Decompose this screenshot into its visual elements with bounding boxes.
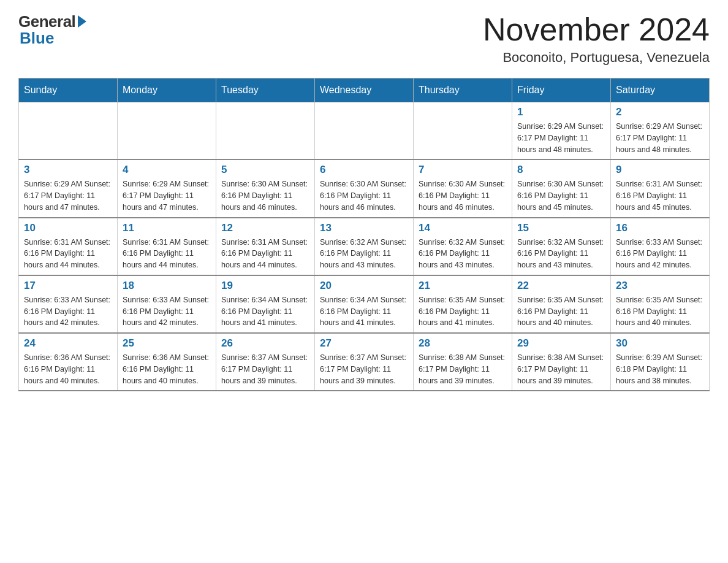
- calendar-cell: 3Sunrise: 6:29 AM Sunset: 6:17 PM Daylig…: [19, 159, 118, 217]
- day-info: Sunrise: 6:38 AM Sunset: 6:17 PM Dayligh…: [419, 352, 507, 386]
- day-info: Sunrise: 6:29 AM Sunset: 6:17 PM Dayligh…: [616, 121, 704, 155]
- calendar-cell: 6Sunrise: 6:30 AM Sunset: 6:16 PM Daylig…: [315, 159, 414, 217]
- day-number: 8: [517, 164, 605, 176]
- day-number: 19: [221, 280, 309, 292]
- calendar-day-header: Saturday: [611, 79, 710, 102]
- day-info: Sunrise: 6:32 AM Sunset: 6:16 PM Dayligh…: [517, 237, 605, 271]
- page-subtitle: Boconoito, Portuguesa, Venezuela: [483, 50, 710, 66]
- day-info: Sunrise: 6:34 AM Sunset: 6:16 PM Dayligh…: [221, 294, 309, 329]
- day-number: 15: [517, 222, 605, 234]
- day-info: Sunrise: 6:36 AM Sunset: 6:16 PM Dayligh…: [24, 352, 112, 386]
- calendar-cell: 30Sunrise: 6:39 AM Sunset: 6:18 PM Dayli…: [611, 333, 710, 391]
- calendar-header-row: SundayMondayTuesdayWednesdayThursdayFrid…: [19, 79, 710, 102]
- calendar-cell: 15Sunrise: 6:32 AM Sunset: 6:16 PM Dayli…: [512, 218, 611, 275]
- day-number: 9: [616, 164, 704, 176]
- calendar-cell: 26Sunrise: 6:37 AM Sunset: 6:17 PM Dayli…: [216, 333, 315, 391]
- day-number: 4: [123, 164, 211, 176]
- calendar-cell: 17Sunrise: 6:33 AM Sunset: 6:16 PM Dayli…: [19, 275, 118, 333]
- day-info: Sunrise: 6:29 AM Sunset: 6:17 PM Dayligh…: [123, 178, 211, 213]
- day-info: Sunrise: 6:37 AM Sunset: 6:17 PM Dayligh…: [320, 352, 408, 386]
- calendar-week-row: 10Sunrise: 6:31 AM Sunset: 6:16 PM Dayli…: [19, 218, 710, 275]
- calendar-day-header: Sunday: [19, 79, 118, 102]
- day-info: Sunrise: 6:33 AM Sunset: 6:16 PM Dayligh…: [616, 237, 704, 271]
- day-info: Sunrise: 6:35 AM Sunset: 6:16 PM Dayligh…: [616, 294, 704, 329]
- day-info: Sunrise: 6:29 AM Sunset: 6:17 PM Dayligh…: [517, 121, 605, 155]
- day-info: Sunrise: 6:30 AM Sunset: 6:16 PM Dayligh…: [320, 178, 408, 213]
- day-info: Sunrise: 6:34 AM Sunset: 6:16 PM Dayligh…: [320, 294, 408, 329]
- calendar-cell: 1Sunrise: 6:29 AM Sunset: 6:17 PM Daylig…: [512, 102, 611, 160]
- calendar-cell: 22Sunrise: 6:35 AM Sunset: 6:16 PM Dayli…: [512, 275, 611, 333]
- calendar-cell: 5Sunrise: 6:30 AM Sunset: 6:16 PM Daylig…: [216, 159, 315, 217]
- day-number: 1: [517, 106, 605, 118]
- day-number: 3: [24, 164, 112, 176]
- calendar-cell: 4Sunrise: 6:29 AM Sunset: 6:17 PM Daylig…: [118, 159, 216, 217]
- calendar-cell: 12Sunrise: 6:31 AM Sunset: 6:16 PM Dayli…: [216, 218, 315, 275]
- day-number: 27: [320, 337, 408, 350]
- day-number: 26: [221, 337, 309, 350]
- calendar-cell: 2Sunrise: 6:29 AM Sunset: 6:17 PM Daylig…: [611, 102, 710, 160]
- calendar-cell: [414, 102, 512, 160]
- day-number: 16: [616, 222, 704, 234]
- logo: General Blue: [18, 12, 86, 48]
- calendar-cell: 23Sunrise: 6:35 AM Sunset: 6:16 PM Dayli…: [611, 275, 710, 333]
- day-number: 6: [320, 164, 408, 176]
- calendar-day-header: Friday: [512, 79, 611, 102]
- calendar-cell: 19Sunrise: 6:34 AM Sunset: 6:16 PM Dayli…: [216, 275, 315, 333]
- calendar-cell: 21Sunrise: 6:35 AM Sunset: 6:16 PM Dayli…: [414, 275, 512, 333]
- calendar-day-header: Monday: [118, 79, 216, 102]
- calendar-day-header: Wednesday: [315, 79, 414, 102]
- calendar-week-row: 24Sunrise: 6:36 AM Sunset: 6:16 PM Dayli…: [19, 333, 710, 391]
- page-header: General Blue November 2024 Boconoito, Po…: [18, 12, 710, 66]
- calendar-week-row: 3Sunrise: 6:29 AM Sunset: 6:17 PM Daylig…: [19, 159, 710, 217]
- day-number: 22: [517, 280, 605, 292]
- day-number: 30: [616, 337, 704, 350]
- day-number: 23: [616, 280, 704, 292]
- calendar-day-header: Thursday: [414, 79, 512, 102]
- day-number: 28: [419, 337, 507, 350]
- day-info: Sunrise: 6:31 AM Sunset: 6:16 PM Dayligh…: [616, 178, 704, 213]
- day-number: 10: [24, 222, 112, 234]
- day-info: Sunrise: 6:30 AM Sunset: 6:16 PM Dayligh…: [517, 178, 605, 213]
- day-info: Sunrise: 6:36 AM Sunset: 6:16 PM Dayligh…: [123, 352, 211, 386]
- calendar-week-row: 17Sunrise: 6:33 AM Sunset: 6:16 PM Dayli…: [19, 275, 710, 333]
- logo-blue-text: Blue: [20, 29, 54, 48]
- calendar-cell: 14Sunrise: 6:32 AM Sunset: 6:16 PM Dayli…: [414, 218, 512, 275]
- day-number: 17: [24, 280, 112, 292]
- calendar-cell: 9Sunrise: 6:31 AM Sunset: 6:16 PM Daylig…: [611, 159, 710, 217]
- calendar-cell: 10Sunrise: 6:31 AM Sunset: 6:16 PM Dayli…: [19, 218, 118, 275]
- day-info: Sunrise: 6:35 AM Sunset: 6:16 PM Dayligh…: [419, 294, 507, 329]
- title-block: November 2024 Boconoito, Portuguesa, Ven…: [483, 12, 710, 66]
- day-number: 11: [123, 222, 211, 234]
- calendar-cell: [19, 102, 118, 160]
- day-number: 20: [320, 280, 408, 292]
- day-number: 21: [419, 280, 507, 292]
- calendar-week-row: 1Sunrise: 6:29 AM Sunset: 6:17 PM Daylig…: [19, 102, 710, 160]
- day-info: Sunrise: 6:38 AM Sunset: 6:17 PM Dayligh…: [517, 352, 605, 386]
- calendar-cell: 16Sunrise: 6:33 AM Sunset: 6:16 PM Dayli…: [611, 218, 710, 275]
- day-info: Sunrise: 6:32 AM Sunset: 6:16 PM Dayligh…: [419, 237, 507, 271]
- calendar-table: SundayMondayTuesdayWednesdayThursdayFrid…: [18, 78, 710, 391]
- calendar-cell: 18Sunrise: 6:33 AM Sunset: 6:16 PM Dayli…: [118, 275, 216, 333]
- calendar-cell: [118, 102, 216, 160]
- day-info: Sunrise: 6:30 AM Sunset: 6:16 PM Dayligh…: [221, 178, 309, 213]
- day-info: Sunrise: 6:29 AM Sunset: 6:17 PM Dayligh…: [24, 178, 112, 213]
- day-number: 5: [221, 164, 309, 176]
- day-info: Sunrise: 6:33 AM Sunset: 6:16 PM Dayligh…: [24, 294, 112, 329]
- day-info: Sunrise: 6:35 AM Sunset: 6:16 PM Dayligh…: [517, 294, 605, 329]
- day-info: Sunrise: 6:39 AM Sunset: 6:18 PM Dayligh…: [616, 352, 704, 386]
- calendar-cell: 27Sunrise: 6:37 AM Sunset: 6:17 PM Dayli…: [315, 333, 414, 391]
- calendar-cell: 7Sunrise: 6:30 AM Sunset: 6:16 PM Daylig…: [414, 159, 512, 217]
- day-info: Sunrise: 6:31 AM Sunset: 6:16 PM Dayligh…: [221, 237, 309, 271]
- calendar-header: SundayMondayTuesdayWednesdayThursdayFrid…: [19, 79, 710, 102]
- calendar-day-header: Tuesday: [216, 79, 315, 102]
- day-info: Sunrise: 6:37 AM Sunset: 6:17 PM Dayligh…: [221, 352, 309, 386]
- day-number: 14: [419, 222, 507, 234]
- day-number: 12: [221, 222, 309, 234]
- calendar-body: 1Sunrise: 6:29 AM Sunset: 6:17 PM Daylig…: [19, 102, 710, 391]
- day-info: Sunrise: 6:30 AM Sunset: 6:16 PM Dayligh…: [419, 178, 507, 213]
- day-number: 2: [616, 106, 704, 118]
- day-number: 25: [123, 337, 211, 350]
- calendar-cell: 24Sunrise: 6:36 AM Sunset: 6:16 PM Dayli…: [19, 333, 118, 391]
- page-title: November 2024: [483, 12, 710, 47]
- calendar-cell: [315, 102, 414, 160]
